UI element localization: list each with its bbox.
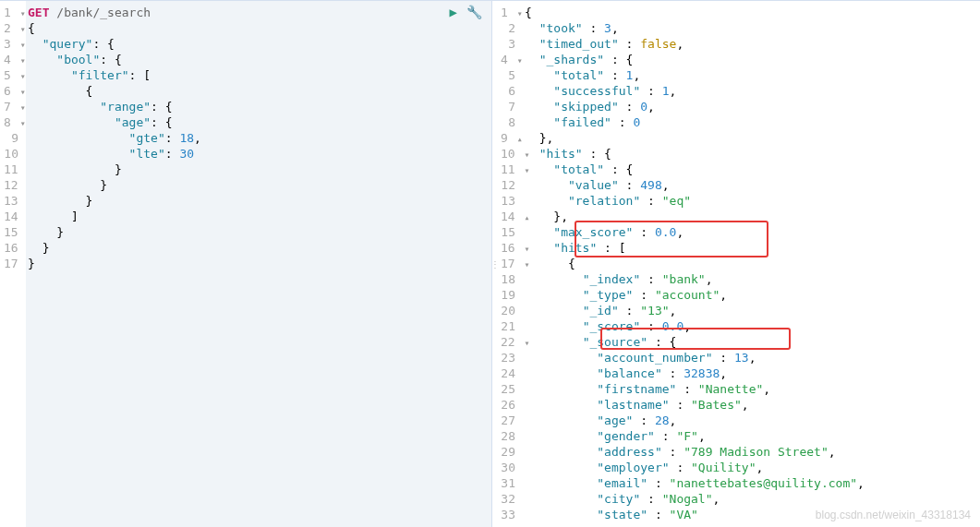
request-editor[interactable]: 1 ▾2 ▾3 ▾4 ▾5 ▾6 ▾7 ▾8 ▾91011 ▴12 ▴13 ▴1…	[0, 1, 491, 527]
line-number: 30	[501, 460, 515, 475]
code-line[interactable]: "hits" : [	[525, 240, 980, 256]
code-line[interactable]: "age": {	[28, 114, 491, 130]
line-number: 33	[501, 507, 515, 522]
line-number: 28	[501, 428, 515, 444]
response-code[interactable]: { "took" : 3, "timed_out" : false, "_sha…	[523, 1, 980, 527]
response-editor[interactable]: 1 ▾234 ▾56789 ▴10 ▾11 ▾121314 ▴1516 ▾17 …	[497, 1, 980, 527]
watermark-text: blog.csdn.net/weixin_43318134	[816, 509, 971, 521]
line-number: 7 ▾	[4, 99, 18, 114]
line-number: 21	[501, 318, 515, 334]
code-line[interactable]: GET /bank/_search	[28, 5, 491, 20]
code-line[interactable]: "successful" : 1,	[525, 83, 980, 99]
code-line[interactable]: "total" : 1,	[525, 67, 980, 83]
line-number: 11 ▴	[4, 162, 18, 177]
code-line[interactable]: "gte": 18,	[28, 130, 491, 146]
code-line[interactable]: "query": {	[28, 36, 491, 52]
code-line[interactable]: "account_number" : 13,	[525, 350, 980, 365]
code-line[interactable]: {	[525, 5, 980, 20]
code-line[interactable]: "max_score" : 0.0,	[525, 224, 980, 240]
line-number: 8	[501, 114, 515, 130]
code-line[interactable]: "failed" : 0	[525, 114, 980, 130]
code-line[interactable]: "_id" : "13",	[525, 303, 980, 318]
line-number: 4 ▾	[501, 52, 515, 67]
line-number: 24	[501, 365, 515, 381]
code-line[interactable]: "total" : {	[525, 162, 980, 177]
code-line[interactable]: "range": {	[28, 99, 491, 114]
code-line[interactable]: "_source" : {	[525, 334, 980, 350]
line-number: 17 ▴	[4, 256, 18, 271]
line-number: 12	[501, 177, 515, 193]
code-line[interactable]: "age" : 28,	[525, 413, 980, 428]
line-number: 32	[501, 491, 515, 507]
split-container: ▶ 🔧 1 ▾2 ▾3 ▾4 ▾5 ▾6 ▾7 ▾8 ▾91011 ▴12 ▴1…	[0, 0, 980, 527]
code-line[interactable]: "relation" : "eq"	[525, 193, 980, 209]
line-number: 15 ▴	[4, 224, 18, 240]
code-line[interactable]: "bool": {	[28, 52, 491, 67]
line-number: 25	[501, 381, 515, 397]
line-number: 13	[501, 193, 515, 209]
code-line[interactable]: "address" : "789 Madison Street",	[525, 444, 980, 460]
line-number: 8 ▾	[4, 114, 18, 130]
code-line[interactable]: "_index" : "bank",	[525, 271, 980, 287]
code-line[interactable]: "skipped" : 0,	[525, 99, 980, 114]
request-pane: ▶ 🔧 1 ▾2 ▾3 ▾4 ▾5 ▾6 ▾7 ▾8 ▾91011 ▴12 ▴1…	[0, 1, 492, 527]
editor-actions: ▶ 🔧	[450, 5, 482, 19]
code-line[interactable]: ]	[28, 209, 491, 224]
line-number: 17 ▾	[501, 256, 515, 271]
line-number: 3 ▾	[4, 36, 18, 52]
line-number: 12 ▴	[4, 177, 18, 193]
code-line[interactable]: "lastname" : "Bates",	[525, 397, 980, 413]
line-number: 27	[501, 413, 515, 428]
code-line[interactable]: "firstname" : "Nanette",	[525, 381, 980, 397]
line-number: 16 ▴	[4, 240, 18, 256]
line-number: 13 ▴	[4, 193, 18, 209]
code-line[interactable]: "hits" : {	[525, 146, 980, 162]
line-number: 20	[501, 303, 515, 318]
line-number: 9 ▴	[501, 130, 515, 146]
line-number: 9	[4, 130, 18, 146]
code-line[interactable]: "timed_out" : false,	[525, 36, 980, 52]
line-number: 22 ▾	[501, 334, 515, 350]
code-line[interactable]: "employer" : "Quility",	[525, 460, 980, 475]
code-line[interactable]: {	[28, 20, 491, 36]
code-line[interactable]: }	[28, 177, 491, 193]
code-line[interactable]: "city" : "Nogal",	[525, 491, 980, 507]
code-line[interactable]: "email" : "nanettebates@quility.com",	[525, 475, 980, 491]
code-line[interactable]: "filter": [	[28, 67, 491, 83]
line-number: 2 ▾	[4, 20, 18, 36]
line-number: 23	[501, 350, 515, 365]
line-number: 10	[4, 146, 18, 162]
line-number: 15	[501, 224, 515, 240]
line-number: 1 ▾	[4, 5, 18, 20]
code-line[interactable]: "balance" : 32838,	[525, 365, 980, 381]
line-number: 6	[501, 83, 515, 99]
response-pane: 1 ▾234 ▾56789 ▴10 ▾11 ▾121314 ▴1516 ▾17 …	[497, 1, 980, 527]
code-line[interactable]: "_type" : "account",	[525, 287, 980, 303]
code-line[interactable]: }	[28, 162, 491, 177]
code-line[interactable]: },	[525, 130, 980, 146]
code-line[interactable]: },	[525, 209, 980, 224]
line-number: 16 ▾	[501, 240, 515, 256]
code-line[interactable]: "_shards" : {	[525, 52, 980, 67]
code-line[interactable]: "took" : 3,	[525, 20, 980, 36]
code-line[interactable]: "value" : 498,	[525, 177, 980, 193]
code-line[interactable]: }	[28, 193, 491, 209]
line-number: 5	[501, 67, 515, 83]
wrench-icon[interactable]: 🔧	[466, 5, 482, 19]
line-number: 1 ▾	[501, 5, 515, 20]
code-line[interactable]: "_score" : 0.0,	[525, 318, 980, 334]
response-gutter: 1 ▾234 ▾56789 ▴10 ▾11 ▾121314 ▴1516 ▾17 …	[497, 1, 523, 527]
code-line[interactable]: {	[28, 83, 491, 99]
code-line[interactable]: "gender" : "F",	[525, 428, 980, 444]
code-line[interactable]: }	[28, 240, 491, 256]
code-line[interactable]: {	[525, 256, 980, 271]
line-number: 14 ▴	[4, 209, 18, 224]
line-number: 29	[501, 444, 515, 460]
request-code[interactable]: GET /bank/_search{ "query": { "bool": { …	[26, 1, 491, 527]
code-line[interactable]: "lte": 30	[28, 146, 491, 162]
line-number: 11 ▾	[501, 162, 515, 177]
line-number: 7	[501, 99, 515, 114]
code-line[interactable]: }	[28, 256, 491, 271]
run-icon[interactable]: ▶	[450, 5, 457, 19]
code-line[interactable]: }	[28, 224, 491, 240]
